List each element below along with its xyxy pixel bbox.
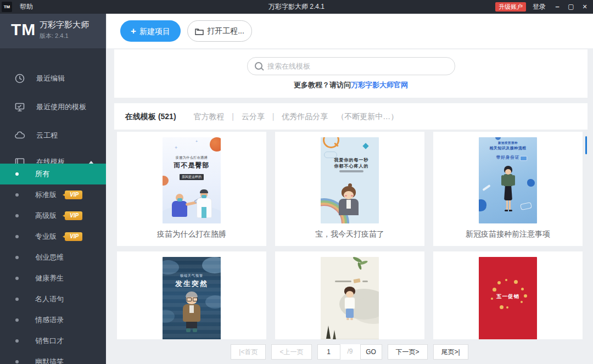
sidebar-subitem-standard[interactable]: 标准版 VIP [0,184,106,205]
template-thumbnail: 新冠疫苗接种 相关知识及接种流程 带好身份证 [479,137,537,223]
template-thumbnail: 极端天气预警 发生突然 [163,257,221,339]
login-button[interactable]: 登录 [533,0,546,14]
sidebar-subitem-sales-talk[interactable]: 销售口才 [0,331,106,351]
sidebar-subitem-health[interactable]: 健康养生 [0,268,106,289]
filter-cloud-share[interactable]: 云分享 [242,112,265,121]
search-icon [255,62,262,70]
bullet-icon [15,298,19,301]
clock-icon [14,73,25,84]
template-title: 宝，我今天打疫苗了 [275,229,424,239]
template-thumbnail: 五一促销 [479,257,537,339]
template-title: 疫苗为什么打在胳膊 [117,229,266,239]
sidebar-subitem-emotional-quotes[interactable]: 情感语录 [0,310,106,331]
first-page-button[interactable]: |<首页 [231,344,266,360]
filter-excellent-works[interactable]: 优秀作品分享 [282,112,328,121]
app-version: 版本: 2.4.1 [40,32,69,40]
sidebar-subitem-professional[interactable]: 专业版 VIP [0,226,106,247]
template-card[interactable]: 新冠疫苗接种 相关知识及接种流程 带好身份证 新冠疫苗接种前注意事项 [433,132,583,246]
toolbar: +新建项目 打开工程... [106,14,593,48]
prev-page-button[interactable]: <上一页 [271,344,311,360]
sidebar-item-cloud-project[interactable]: 云工程 [0,121,106,150]
filter-bar: 在线模板 (521) 官方教程 | 云分享 | 优秀作品分享 （不断更新中…） [114,103,588,130]
page-total-label: /9 [340,344,360,360]
page-number-input[interactable] [317,344,340,360]
cloud-icon [14,130,25,141]
page-jump-group: /9 GO [317,344,382,360]
bullet-icon [15,256,19,259]
sidebar-item-recent-templates[interactable]: 最近使用的模板 [0,93,106,121]
online-template-count: 在线模板 (521) [125,112,176,121]
pagination-bar: |<首页 <上一页 /9 GO 下一页> 尾页>| [106,344,593,360]
bullet-icon [15,214,19,217]
app-logo: TM [11,20,36,39]
virus-blob [210,137,221,152]
sidebar-subitem-famous-quotes[interactable]: 名人语句 [0,289,106,310]
bullet-icon [15,360,19,363]
search-panel: 更多教程？请访问万彩字影大师官网 [114,49,588,98]
bullet-icon [15,339,19,343]
title-bar: TM 帮助 万彩字影大师 2.4.1 升级账户 登录 [0,0,593,14]
tutorial-tip: 更多教程？请访问万彩字影大师官网 [114,80,588,90]
vertical-scrollbar[interactable] [585,136,587,154]
vip-badge: VIP [65,232,82,241]
folder-open-icon [195,27,204,35]
template-card[interactable] [275,251,424,339]
plus-icon: + [131,26,136,36]
upgrade-account-button[interactable]: 升级账户 [495,2,526,12]
sidebar: TM 万彩字影大师 版本: 2.4.1 最近编辑 最近使用的模板 云工程 在线模… [0,14,106,364]
bullet-icon [15,235,19,238]
go-button[interactable]: GO [360,344,382,360]
minimize-icon[interactable] [550,0,564,14]
bullet-icon [15,277,19,280]
sidebar-subitem-all[interactable]: 所有 [0,164,106,184]
sidebar-subitem-humor[interactable]: 幽默搞笑 [0,351,106,364]
vip-badge: VIP [65,191,82,199]
template-card[interactable]: + + 疫苗为什么打在胳膊 而不是臀部 原因是这样的 疫苗为什么打在胳膊 [117,132,266,246]
template-title: 新冠疫苗接种前注意事项 [433,229,583,239]
sidebar-subitem-advanced[interactable]: 高级版 VIP [0,205,106,226]
maximize-icon[interactable] [564,0,578,14]
bullet-icon [15,172,19,176]
template-card[interactable]: 五一促销 [433,251,583,339]
sidebar-item-recent-edit[interactable]: 最近编辑 [0,64,106,93]
template-card[interactable]: 极端天气预警 发生突然 [117,251,266,339]
filter-updating-note: （不断更新中…） [337,112,398,121]
template-thumbnail: 我爱你的每一秒 你都不心疼人的 [321,137,379,223]
search-box[interactable] [247,57,455,75]
template-thumbnail: + + 疫苗为什么打在胳膊 而不是臀部 原因是这样的 [163,137,221,223]
new-project-button[interactable]: +新建项目 [120,20,181,42]
next-page-button[interactable]: 下一页> [388,344,428,360]
open-project-button[interactable]: 打开工程... [187,20,252,42]
filter-official-tutorials[interactable]: 官方教程 [193,112,224,121]
template-thumbnail [321,257,379,339]
vip-badge: VIP [65,211,82,220]
sidebar-header: TM 万彩字影大师 版本: 2.4.1 [0,14,106,48]
close-icon[interactable] [578,0,592,14]
bullet-icon [15,193,19,197]
sidebar-subitem-startup-thinking[interactable]: 创业思维 [0,247,106,268]
last-page-button[interactable]: 尾页>| [433,344,468,360]
search-input[interactable] [266,58,444,74]
main-area: +新建项目 打开工程... 更多教程？请访问万彩字影大师官网 在线模板 (521… [106,14,593,364]
official-site-link[interactable]: 万彩字影大师官网 [351,81,408,89]
app-name: 万彩字影大师 [40,20,89,30]
bullet-icon [15,318,19,322]
template-card[interactable]: 我爱你的每一秒 你都不心疼人的 宝，我今天打疫苗了 [275,132,424,246]
monitor-check-icon [14,102,25,113]
